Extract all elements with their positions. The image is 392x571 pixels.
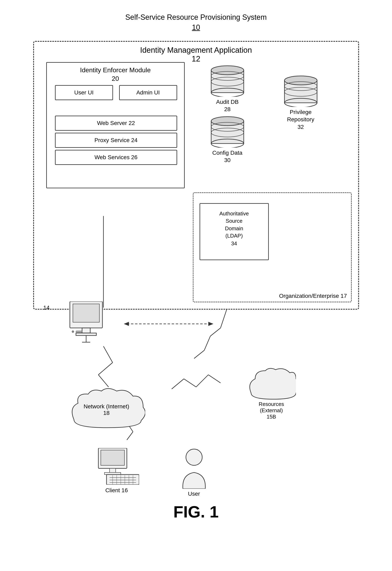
svg-rect-42 <box>73 304 99 322</box>
svg-point-24 <box>211 117 244 126</box>
svg-line-12 <box>184 379 196 387</box>
resources-external-area: Resources(External)15B <box>247 367 296 420</box>
config-data-label: Config Data 30 <box>212 149 243 164</box>
client-icon-area: Client 16 <box>94 448 139 494</box>
server-number-label: 14 <box>43 304 50 311</box>
priv-repo-label: PrivilegeRepository 32 <box>287 109 314 131</box>
proxy-service-box: Proxy Service 24 <box>55 133 177 148</box>
svg-rect-51 <box>110 468 116 472</box>
svg-line-17 <box>127 432 133 440</box>
org-label: Organization/Enterprise 17 <box>279 293 347 299</box>
svg-marker-3 <box>124 322 129 326</box>
audit-db-cylinder: Audit DB 28 <box>209 64 246 113</box>
auth-label: AuthoritativeSourceDomain(LDAP) <box>200 204 268 240</box>
priv-repo-cylinder: PrivilegeRepository 32 <box>282 74 319 131</box>
svg-rect-50 <box>101 450 124 465</box>
server-icon-svg <box>66 301 106 346</box>
enforcer-box: Identity Enforcer Module 20 User UI Admi… <box>46 62 185 188</box>
audit-db-label: Audit DB 28 <box>216 98 239 113</box>
fig-label: FIG. 1 <box>173 503 218 521</box>
web-services-box: Web Services 26 <box>55 150 177 165</box>
server-icon-area <box>66 301 106 347</box>
user-label: User <box>180 491 208 497</box>
db-area: Audit DB 28 Config Data 30 <box>197 58 352 184</box>
svg-line-14 <box>208 375 220 383</box>
resources-external-cloud-svg <box>247 367 296 403</box>
svg-line-10 <box>194 350 204 358</box>
outer-dashed-box: Identity Management Application 12 Ident… <box>33 41 359 310</box>
user-icon-svg <box>180 448 208 489</box>
org-box: Organization/Enterprise 17 Authoritative… <box>193 192 352 302</box>
priv-repo-svg <box>282 74 319 107</box>
svg-line-6 <box>98 375 109 387</box>
config-data-svg <box>209 115 246 148</box>
client-label: Client 16 <box>94 487 139 494</box>
user-ui-box: User UI <box>55 85 113 100</box>
title-number: 10 <box>125 22 267 33</box>
server-boxes: Web Server 22 Proxy Service 24 Web Servi… <box>55 116 177 165</box>
user-icon-area: User <box>180 448 208 497</box>
enforcer-label: Identity Enforcer Module <box>80 66 151 74</box>
svg-line-9 <box>204 336 210 350</box>
admin-ui-box: Admin UI <box>119 85 177 100</box>
config-data-cylinder: Config Data 30 <box>209 115 246 164</box>
enforcer-number: 20 <box>112 75 119 83</box>
svg-rect-43 <box>82 328 90 333</box>
svg-line-11 <box>172 379 184 389</box>
svg-line-13 <box>196 375 208 387</box>
svg-point-29 <box>285 76 317 85</box>
svg-rect-53 <box>106 474 139 485</box>
network-label: Network (Internet) 18 <box>84 403 129 416</box>
svg-line-7 <box>220 310 227 328</box>
title-line1: Self-Service Resource Provisioning Syste… <box>125 12 267 22</box>
svg-line-8 <box>210 328 220 336</box>
audit-db-svg <box>209 64 246 97</box>
svg-point-19 <box>211 66 244 75</box>
auth-number: 34 <box>200 240 268 247</box>
svg-rect-46 <box>76 331 82 332</box>
svg-point-45 <box>72 331 74 333</box>
ui-boxes: User UI Admin UI <box>55 85 177 100</box>
svg-marker-2 <box>208 322 213 326</box>
svg-line-4 <box>103 346 113 363</box>
svg-rect-44 <box>76 333 96 335</box>
diagram-area: Identity Management Application 12 Ident… <box>33 41 359 529</box>
client-icon-svg <box>94 448 139 485</box>
page-title: Self-Service Resource Provisioning Syste… <box>125 12 267 33</box>
svg-line-5 <box>98 363 113 375</box>
web-server-box: Web Server 22 <box>55 116 177 131</box>
page-container: Self-Service Resource Provisioning Syste… <box>0 0 392 571</box>
resources-external-label: Resources(External)15B <box>247 401 296 420</box>
network-cloud-area: Network (Internet) 18 <box>68 387 145 433</box>
auth-box: AuthoritativeSourceDomain(LDAP) 34 <box>200 203 269 260</box>
svg-point-63 <box>186 449 202 465</box>
